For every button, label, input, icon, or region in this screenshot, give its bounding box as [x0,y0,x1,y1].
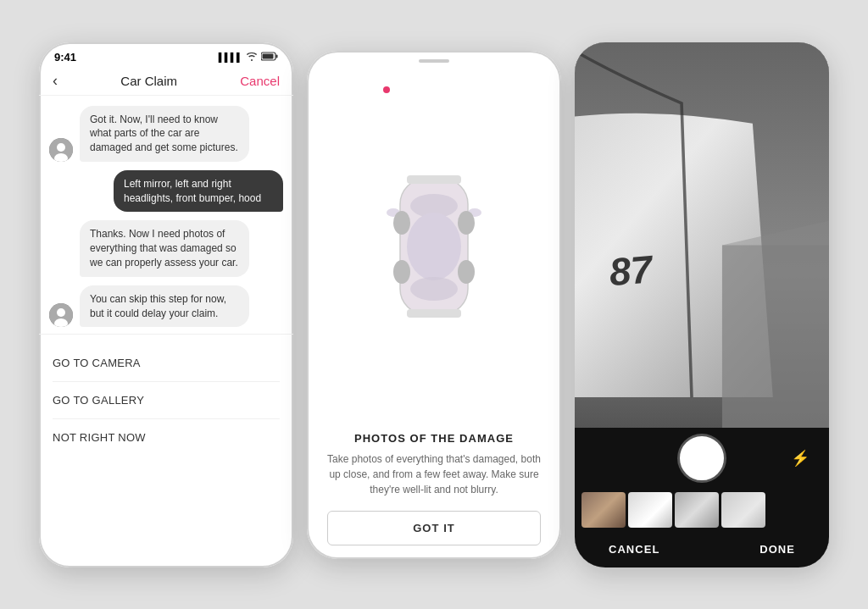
car-svg [375,162,493,331]
message-3: Thanks. Now I need photos of everything … [49,220,283,276]
bubble-1: Got it. Now, I'll need to know what part… [80,106,249,162]
phone-damage: PHOTOS OF THE DAMAGE Take photos of ever… [307,51,561,559]
nav-bar: ‹ Car Claim Cancel [39,67,293,96]
svg-point-20 [458,260,475,284]
thumbnails-row [575,489,829,531]
avatar-2 [49,303,73,327]
status-icons: ▌▌▌▌ [219,52,278,63]
damage-title: PHOTOS OF THE DAMAGE [327,432,541,445]
damage-dot [383,86,390,93]
nav-title: Car Claim [120,74,177,88]
bubble-4: You can skip this step for now, but it c… [80,285,249,328]
shutter-button[interactable] [680,436,724,480]
back-button[interactable]: ‹ [53,72,58,90]
message-2: Left mirror, left and right headlights, … [49,170,283,213]
svg-point-7 [57,308,65,317]
message-1: Got it. Now, I'll need to know what part… [49,106,283,162]
svg-text:87: 87 [608,246,657,293]
thumbnail-1[interactable] [581,492,626,528]
svg-rect-1 [276,54,278,58]
damage-description: Take photos of everything that's damaged… [327,451,541,497]
camera-bg-svg: 87 [575,42,829,428]
flash-button[interactable]: ⚡ [788,446,812,470]
svg-rect-15 [407,175,461,184]
svg-point-4 [57,143,65,152]
nav-cancel-button[interactable]: Cancel [240,74,280,88]
damage-info: PHOTOS OF THE DAMAGE Take photos of ever… [307,422,561,559]
svg-point-11 [407,213,461,280]
not-right-now-button[interactable]: NOT RIGHT NOW [53,419,280,456]
phone-chat: 9:41 ▌▌▌▌ ‹ Car Claim Cancel [39,42,293,567]
time: 9:41 [54,51,76,64]
go-to-camera-button[interactable]: GO TO CAMERA [53,345,280,382]
wifi-icon [246,52,258,63]
thumbnail-3[interactable] [675,492,719,528]
message-4: You can skip this step for now, but it c… [49,285,283,328]
status-bar: 9:41 ▌▌▌▌ [39,42,293,67]
camera-controls: ⚡ [575,428,829,489]
actions-area: GO TO CAMERA GO TO GALLERY NOT RIGHT NOW [39,334,293,466]
thumbnail-4[interactable] [721,492,765,528]
camera-actions: CANCEL DONE [575,531,829,567]
phone-camera: 87 ⚡ CANCEL DONE [575,42,829,567]
thumbnail-2[interactable] [628,492,672,528]
battery-icon [261,52,278,63]
camera-view: 87 [575,42,829,428]
chat-area: Got it. Now, I'll need to know what part… [39,96,293,335]
svg-rect-16 [407,309,461,318]
svg-point-18 [458,211,475,235]
go-to-gallery-button[interactable]: GO TO GALLERY [53,382,280,419]
svg-point-12 [410,277,458,301]
bubble-2: Left mirror, left and right headlights, … [114,170,283,213]
avatar-1 [49,138,73,162]
bubble-3: Thanks. Now I need photos of everything … [80,220,249,276]
got-it-button[interactable]: GOT IT [327,511,541,545]
svg-rect-2 [263,53,274,58]
svg-point-17 [393,211,410,235]
camera-done-button[interactable]: DONE [760,543,795,556]
svg-point-19 [393,260,410,284]
car-illustration [307,63,561,422]
camera-cancel-button[interactable]: CANCEL [609,543,659,556]
signal-icon: ▌▌▌▌ [219,53,242,62]
